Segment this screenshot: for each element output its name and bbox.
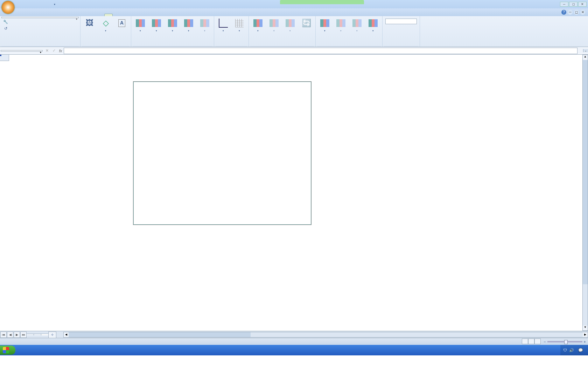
tab-chart-layout[interactable] [104, 14, 113, 16]
expand-formula-bar[interactable]: ⌄ [583, 49, 588, 52]
windows-taskbar: 🛡 🔊 💬 [0, 345, 588, 355]
sheet-tab-1[interactable] [26, 334, 34, 335]
sheet-tab-3[interactable] [41, 334, 49, 335]
reset-icon: ↺ [3, 26, 8, 31]
new-sheet-button[interactable]: ✧ [48, 332, 56, 338]
maximize-button[interactable]: ◻ [569, 2, 578, 7]
close-workbook-icon[interactable]: ✕ [580, 10, 585, 15]
title-bar: ▾ ─ ◻ ✕ [0, 0, 588, 8]
data-table-button[interactable]: ▾ [197, 17, 212, 33]
data-table-icon [199, 18, 210, 29]
legend-icon [167, 18, 178, 29]
chart-element-selector[interactable] [1, 17, 79, 18]
enter-icon: ✓ [52, 48, 56, 53]
help-icon[interactable]: ? [561, 10, 566, 15]
insert-textbox-button[interactable] [114, 17, 130, 30]
chart-floor-button[interactable]: ▾ [282, 17, 298, 33]
sheet-nav-last[interactable]: ⏭ [20, 332, 27, 338]
embedded-chart[interactable] [133, 82, 311, 225]
legend-button[interactable]: ▾ [165, 17, 180, 33]
sheet-nav-next[interactable]: ▶ [14, 332, 20, 338]
chart-title-icon [135, 18, 146, 29]
tray-icon[interactable]: 💬 [578, 348, 583, 353]
preview-icon[interactable] [45, 1, 50, 7]
sheet-nav-prev[interactable]: ◀ [7, 332, 13, 338]
scroll-right-icon[interactable]: ▶ [583, 332, 588, 337]
group-insert [82, 46, 130, 47]
sheet-tab-bar: ⏮ ◀ ▶ ⏭ ✧ ◀ ▶ [0, 331, 588, 338]
save-icon[interactable] [17, 1, 22, 7]
cancel-icon: ✕ [46, 48, 49, 53]
tray-icon[interactable]: 🛡 [563, 348, 567, 352]
group-background [250, 46, 314, 47]
chart-wall-button[interactable]: ▾ [266, 17, 282, 33]
quick-access-toolbar: ▾ [17, 1, 57, 7]
close-button[interactable]: ✕ [578, 2, 587, 7]
floor-icon [285, 18, 296, 29]
lines-icon [335, 18, 346, 29]
shapes-icon [100, 18, 111, 29]
worksheet-grid[interactable] [0, 55, 588, 331]
horizontal-scrollbar[interactable]: ◀ ▶ [63, 332, 588, 338]
format-selection-button[interactable]: 🔧 [1, 19, 79, 25]
plot-area-button[interactable]: ▾ [250, 17, 266, 33]
scroll-up-icon[interactable]: ▲ [583, 55, 588, 60]
trendline-button[interactable]: ▾ [317, 17, 332, 33]
undo-icon[interactable] [24, 1, 29, 7]
wall-icon [268, 18, 280, 29]
insert-shapes-button[interactable]: ▾ [98, 17, 113, 33]
tray-icon[interactable]: 🔊 [569, 348, 574, 353]
chart-title-button[interactable]: ▾ [133, 17, 148, 33]
data-labels-button[interactable]: ▾ [181, 17, 196, 33]
vertical-scrollbar[interactable]: ▲ ▼ [582, 55, 588, 331]
trendline-icon [319, 18, 330, 29]
start-button[interactable] [0, 346, 15, 355]
windows-logo-icon [3, 347, 9, 353]
minimize-button[interactable]: ─ [560, 2, 568, 7]
data-labels-icon [183, 18, 194, 29]
select-all-button[interactable] [0, 55, 9, 61]
axes-icon [218, 18, 229, 29]
scroll-down-icon[interactable]: ▼ [583, 326, 588, 330]
format-icon: 🔧 [3, 19, 8, 25]
error-bars-button[interactable]: ▾ [365, 17, 381, 33]
vscroll-thumb[interactable] [583, 60, 588, 284]
gridlines-button[interactable]: ▾ [232, 17, 247, 33]
sheet-nav-first[interactable]: ⏮ [0, 332, 7, 338]
print-icon[interactable] [38, 1, 43, 7]
hscroll-thumb[interactable] [69, 332, 251, 337]
updown-bars-button[interactable]: ▾ [349, 17, 365, 33]
zoom-out-icon[interactable]: − [544, 340, 546, 344]
qat-dropdown-icon[interactable]: ▾ [52, 1, 57, 7]
zoom-slider[interactable] [547, 341, 582, 342]
chart-name-input[interactable] [385, 19, 417, 24]
group-properties [384, 46, 418, 47]
system-tray[interactable]: 🛡 🔊 💬 [560, 345, 588, 355]
view-buttons[interactable] [522, 339, 541, 345]
name-box[interactable] [1, 50, 43, 52]
insert-picture-button[interactable] [82, 17, 97, 30]
min-ribbon-icon[interactable]: ─ [568, 10, 573, 15]
office-button[interactable] [1, 1, 15, 14]
axes-button[interactable]: ▾ [216, 17, 231, 33]
reset-style-button[interactable]: ↺ [1, 25, 79, 32]
restore-workbook-icon[interactable]: ◻ [574, 10, 579, 15]
zoom-in-icon[interactable]: + [584, 340, 586, 344]
rotation-icon: 🔄 [301, 18, 312, 29]
formula-bar[interactable] [64, 48, 578, 54]
lines-button[interactable]: ▾ [333, 17, 349, 33]
gridlines-icon [234, 18, 245, 29]
chart-object[interactable] [133, 81, 312, 225]
axis-titles-button[interactable]: ▾ [149, 17, 164, 33]
formula-bar-row: ✕✓ fx ⌄ [0, 47, 588, 55]
plot-area-icon [252, 18, 264, 29]
fx-icon[interactable]: fx [57, 49, 64, 53]
ribbon-tabs: ? ─ ◻ ✕ [0, 8, 588, 16]
sheet-tab-2[interactable] [34, 334, 41, 335]
ribbon: 🔧 ↺ ▾ ▾ ▾ ▾ ▾ ▾ ▾ ▾ ▾ ▾ ▾ [0, 16, 588, 47]
scroll-left-icon[interactable]: ◀ [64, 332, 69, 337]
updown-icon [351, 18, 363, 29]
picture-icon [84, 18, 95, 29]
redo-icon[interactable] [31, 1, 36, 7]
rotation-button[interactable]: 🔄 [299, 17, 314, 30]
